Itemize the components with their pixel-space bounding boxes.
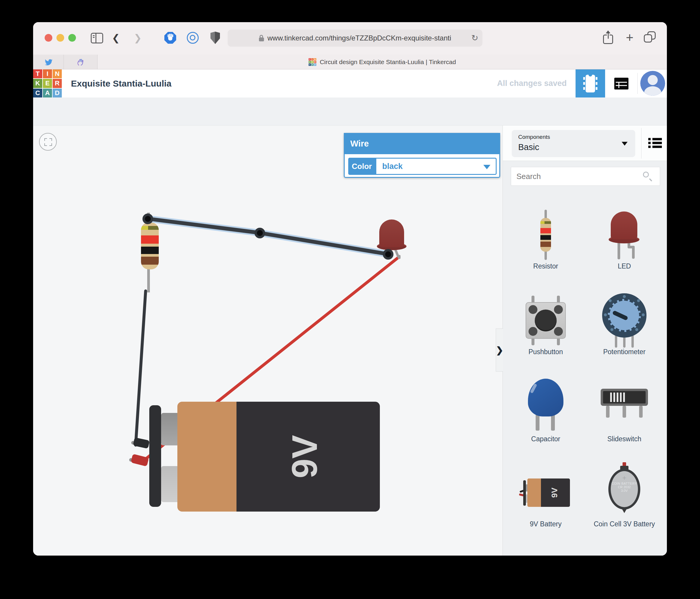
forward-button[interactable]: ❯: [132, 31, 143, 45]
component-label: Coin Cell 3V Battery: [593, 520, 655, 528]
reload-icon[interactable]: ↻: [472, 33, 478, 43]
back-button[interactable]: ❮: [110, 31, 121, 45]
battery-clip-black: [133, 438, 150, 449]
list-view-toggle[interactable]: [648, 137, 662, 149]
tinkercad-favicon: TIN KER CAD: [309, 58, 316, 66]
coin-cell-icon: + COIN BATTERY CR 2032 3.0V: [607, 462, 642, 514]
wire-node-mid[interactable]: [254, 228, 265, 238]
search-field[interactable]: [511, 167, 660, 186]
header-divider: [637, 73, 638, 94]
component-list-view-button[interactable]: [607, 70, 636, 98]
component-label: Resistor: [509, 262, 583, 270]
zoom-to-fit-button[interactable]: [39, 133, 57, 151]
hand-icon: [76, 57, 85, 67]
wire-node-end[interactable]: [383, 249, 394, 260]
component-9v-battery[interactable]: 9V: [509, 468, 583, 518]
color-label: Color: [348, 158, 375, 175]
pinned-tab-hand[interactable]: [64, 55, 98, 69]
browser-toolbar: ❮ ❯ www.tinkercad.com/things/eTZZBpDcCKm…: [33, 22, 667, 55]
resistor[interactable]: [141, 223, 159, 269]
potentiometer-icon: [602, 293, 647, 348]
list-icon: [648, 138, 651, 140]
address-bar[interactable]: www.tinkercad.com/things/eTZZBpDcCKm-exq…: [228, 29, 482, 47]
chevron-down-icon: [622, 142, 628, 146]
category-label: Components: [518, 134, 550, 140]
zoom-window-button[interactable]: [68, 34, 76, 42]
search-icon: [643, 172, 649, 178]
wire-inspector-popup: Wire Color black: [344, 133, 500, 178]
search-input[interactable]: [511, 167, 660, 186]
battery-terminal-bottom: [161, 466, 179, 502]
component-resistor[interactable]: [509, 210, 583, 260]
pushbutton-icon: [526, 296, 566, 345]
forward-icon: ❯: [134, 32, 142, 44]
design-title[interactable]: Exquisite Stantia-Luulia: [71, 70, 172, 98]
edit-toolbar: ↶ ↷ ‹/ Code Start Simulat: [33, 98, 667, 126]
app-header: TIN KER CAD Exquisite Stantia-Luulia All…: [33, 70, 667, 98]
url-text: www.tinkercad.com/things/eTZZBpDcCKm-exq…: [268, 34, 451, 42]
minimize-window-button[interactable]: [56, 34, 64, 42]
component-label: LED: [588, 262, 661, 270]
chevron-down-icon: [483, 165, 491, 169]
twitter-bird-icon: [44, 58, 53, 67]
component-coin-cell[interactable]: + COIN BATTERY CR 2032 3.0V: [588, 459, 661, 518]
component-slideswitch[interactable]: [588, 380, 661, 431]
back-icon: ❮: [112, 32, 120, 44]
tab-overview-button[interactable]: [644, 31, 657, 44]
components-category-dropdown[interactable]: Components Basic: [512, 130, 635, 157]
content-blocker-extension-icon[interactable]: [164, 32, 176, 44]
component-label: Slideswitch: [588, 435, 661, 443]
led[interactable]: [379, 219, 404, 247]
component-label: Potentiometer: [588, 348, 661, 356]
wire-color-value: black: [382, 162, 403, 171]
tab-bar: TIN KER CAD Circuit design Exquisite Sta…: [33, 55, 667, 70]
share-button[interactable]: [602, 30, 614, 45]
category-value: Basic: [518, 142, 539, 152]
led-icon: [608, 209, 641, 261]
component-label: 9V Battery: [509, 520, 583, 528]
new-tab-button[interactable]: +: [623, 30, 636, 45]
battery-cap: [149, 405, 161, 507]
component-label: Capacitor: [509, 435, 583, 443]
components-panel: Components Basic: [503, 126, 667, 555]
component-potentiometer[interactable]: [588, 295, 661, 345]
pinned-tab-twitter[interactable]: [33, 55, 64, 69]
resistor-icon: [540, 210, 552, 260]
wire-black-selected-segment-2[interactable]: [259, 231, 389, 256]
wire-black-bottom[interactable]: [134, 289, 147, 447]
desktop-background: ❮ ❯ www.tinkercad.com/things/eTZZBpDcCKm…: [0, 0, 700, 599]
circuit-view-button[interactable]: [576, 70, 605, 98]
battery-clip-red: [131, 454, 149, 467]
chip-icon: [584, 75, 596, 93]
slideswitch-icon: [601, 389, 648, 422]
password-manager-extension-icon[interactable]: [187, 32, 199, 44]
component-led[interactable]: [588, 210, 661, 260]
save-status: All changes saved: [443, 70, 567, 98]
tinkercad-logo[interactable]: TIN KER CAD: [33, 70, 62, 98]
active-tab[interactable]: TIN KER CAD Circuit design Exquisite Sta…: [98, 55, 667, 69]
wire-node-start[interactable]: [143, 213, 153, 224]
panel-header: Components Basic: [503, 126, 667, 161]
circuit-canvas[interactable]: 9V Wire Color black: [33, 126, 503, 555]
capacitor-icon: [528, 379, 564, 432]
battery-label: 9V: [275, 427, 334, 486]
close-window-button[interactable]: [45, 34, 52, 42]
popup-title: Wire: [344, 133, 500, 154]
wire-black-selected-segment-1[interactable]: [148, 217, 260, 235]
browser-window: ❮ ❯ www.tinkercad.com/things/eTZZBpDcCKm…: [33, 22, 667, 555]
lock-icon: [259, 35, 264, 41]
panel-collapse-handle[interactable]: ❯: [496, 329, 503, 371]
wire-color-dropdown[interactable]: black: [375, 158, 497, 175]
battery-9v-icon: 9V: [519, 478, 572, 507]
privacy-shield-icon[interactable]: [210, 32, 220, 44]
component-pushbutton[interactable]: [509, 295, 583, 345]
table-icon: [614, 78, 628, 89]
avatar[interactable]: [640, 71, 665, 96]
component-capacitor[interactable]: [509, 380, 583, 431]
chevron-right-icon: ❯: [496, 345, 503, 355]
component-label: Pushbutton: [509, 348, 583, 356]
plus-icon: +: [626, 30, 633, 45]
fit-icon: [44, 138, 47, 141]
sidebar-toggle-icon[interactable]: [91, 33, 103, 44]
resistor-lead-bottom: [147, 267, 150, 292]
